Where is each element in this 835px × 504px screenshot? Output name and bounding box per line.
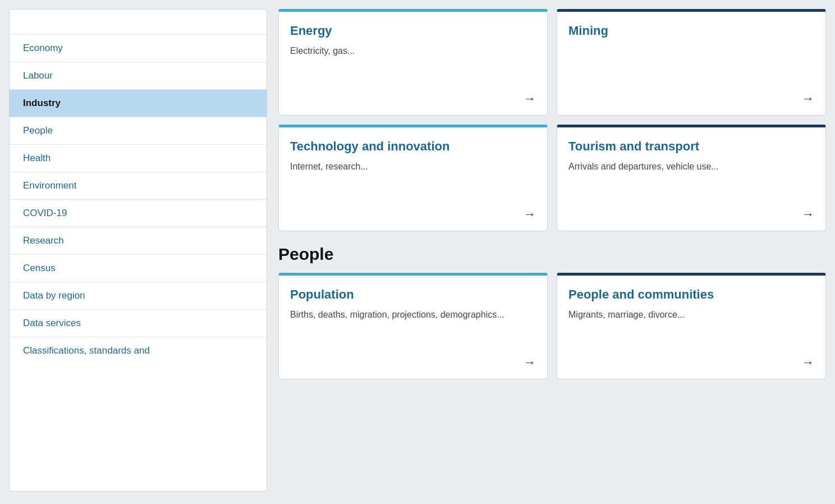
card-arrow-energy[interactable]: → (290, 91, 536, 106)
card-title-technology: Technology and innovation (290, 139, 536, 155)
card-population[interactable]: PopulationBirths, deaths, migration, pro… (278, 273, 548, 379)
card-desc-tourism: Arrivals and departures, vehicle use... (568, 162, 814, 200)
sidebar-item-data-services[interactable]: Data services (10, 309, 267, 337)
sidebar-item-covid19[interactable]: COVID-19 (10, 199, 267, 227)
sidebar-list: EconomyLabourIndustryPeopleHealthEnviron… (10, 34, 267, 469)
card-desc-mining (568, 46, 814, 85)
card-title-population: Population (290, 287, 536, 303)
sidebar-item-people[interactable]: People (10, 117, 267, 144)
sidebar-item-economy[interactable]: Economy (10, 34, 267, 62)
sidebar-item-industry[interactable]: Industry (10, 89, 267, 117)
sidebar-item-research[interactable]: Research (10, 227, 267, 254)
card-energy[interactable]: EnergyElectricity, gas...→ (278, 9, 548, 116)
sidebar-item-environment[interactable]: Environment (10, 172, 267, 199)
card-arrow-technology[interactable]: → (290, 207, 536, 222)
cards-grid-people-section: PopulationBirths, deaths, migration, pro… (278, 273, 826, 379)
sidebar-item-health[interactable]: Health (10, 144, 267, 172)
card-desc-technology: Internet, research... (290, 162, 536, 200)
main-content: EnergyElectricity, gas...→Mining→Technol… (267, 9, 826, 495)
card-title-mining: Mining (568, 23, 814, 39)
sidebar-item-census[interactable]: Census (10, 254, 267, 282)
card-arrow-mining[interactable]: → (568, 91, 814, 106)
sidebar-item-labour[interactable]: Labour (10, 62, 267, 89)
card-mining[interactable]: Mining→ (557, 9, 826, 116)
card-title-people-communities: People and communities (568, 287, 814, 303)
card-title-energy: Energy (290, 23, 536, 39)
sidebar-item-classifications[interactable]: Classifications, standards and (10, 337, 267, 364)
sidebar-item-data-by-region[interactable]: Data by region (10, 282, 267, 309)
card-tourism[interactable]: Tourism and transportArrivals and depart… (557, 125, 826, 231)
card-desc-people-communities: Migrants, marriage, divorce... (568, 310, 814, 349)
card-people-communities[interactable]: People and communitiesMigrants, marriage… (557, 273, 826, 379)
card-technology[interactable]: Technology and innovationInternet, resea… (278, 125, 548, 231)
sidebar: EconomyLabourIndustryPeopleHealthEnviron… (9, 9, 267, 492)
card-arrow-tourism[interactable]: → (568, 207, 814, 222)
section-heading-people-section: People (278, 245, 826, 264)
card-desc-energy: Electricity, gas... (290, 46, 536, 85)
card-title-tourism: Tourism and transport (568, 139, 814, 155)
card-arrow-population[interactable]: → (290, 355, 536, 370)
card-arrow-people-communities[interactable]: → (568, 355, 814, 370)
cards-grid-industry-section: EnergyElectricity, gas...→Mining→Technol… (278, 9, 826, 231)
sidebar-title (10, 23, 267, 34)
card-desc-population: Births, deaths, migration, projections, … (290, 310, 536, 349)
